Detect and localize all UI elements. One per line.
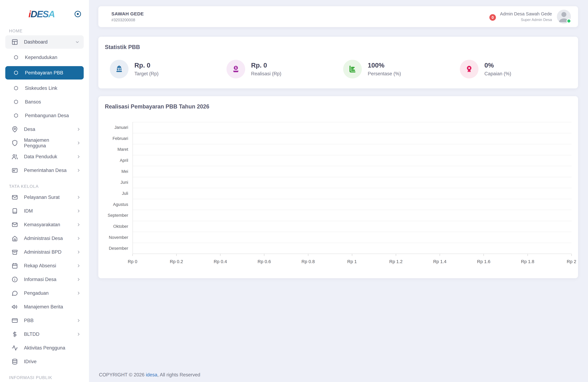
- x-axis-tick-label: Rp 1.8: [521, 259, 534, 264]
- sidebar-item-informasi-desa[interactable]: Informasi Desa: [0, 273, 89, 286]
- sidebar-toggle-icon[interactable]: [74, 10, 82, 18]
- tick-mark: [352, 254, 352, 256]
- user-avatar[interactable]: [557, 10, 571, 24]
- message-circle-icon: [12, 290, 18, 297]
- chevron-down-icon: [75, 40, 80, 44]
- y-axis-label-desember: Desember: [105, 243, 132, 254]
- sidebar-item-pelayanan-surat[interactable]: Pelayanan Surat: [0, 191, 89, 204]
- info-icon: [12, 276, 18, 283]
- x-axis-tick-rp-1-8: Rp 1.8: [521, 254, 534, 264]
- map-pin-icon: [12, 126, 18, 133]
- x-axis-tick-label: Rp 0: [128, 259, 137, 264]
- village-name: SAWAH GEDE: [111, 11, 144, 17]
- chevron-right-icon: [76, 209, 81, 213]
- sidebar-item-label: BLTDD: [24, 331, 39, 337]
- x-axis-tick-label: Rp 1.6: [477, 259, 490, 264]
- sidebar-item-pembayaran-pbb[interactable]: Pembayaran PBB: [5, 66, 84, 80]
- idesa-link[interactable]: idesa: [146, 372, 157, 378]
- sidebar-item-administrasi-bpd[interactable]: Administrasi BPD: [0, 245, 89, 259]
- y-axis-label-maret: Maret: [105, 144, 132, 155]
- sidebar-item-label: Informasi Desa: [24, 277, 56, 282]
- stat-persentase: 100%Persentase (%): [338, 60, 455, 78]
- x-axis-tick-label: Rp 0.8: [301, 259, 315, 264]
- stat-label: Persentase (%): [368, 71, 401, 77]
- main-content: SAWAH GEDE #3203200008 0 Admin Desa Sawa…: [89, 0, 588, 382]
- x-axis-tick-label: Rp 2: [567, 259, 576, 264]
- sidebar-section-label-informasi-publik: INFORMASI PUBLIK: [9, 375, 89, 380]
- x-axis-tick-rp-0-2: Rp 0.2: [170, 254, 183, 264]
- chevron-right-icon: [76, 141, 81, 145]
- x-axis-tick-rp-0-8: Rp 0.8: [301, 254, 315, 264]
- statistik-pbb-card: Statistik PBB Rp. 0Target (Rp)$Rp. 0Real…: [98, 37, 578, 88]
- y-axis-label-november: November: [105, 232, 132, 243]
- sidebar-item-bansos[interactable]: Bansos: [0, 95, 89, 109]
- chart-x-axis: Rp 0Rp 0.2Rp 0.4Rp 0.6Rp 0.8Rp 1Rp 1.2Rp…: [132, 254, 571, 268]
- chevron-right-icon: [76, 236, 81, 241]
- y-axis-label-januari: Januari: [105, 122, 132, 133]
- sidebar-item-label: IDrive: [24, 359, 37, 364]
- stat-label: Target (Rp): [134, 71, 159, 77]
- x-axis-tick-rp-0-4: Rp 0.4: [214, 254, 227, 264]
- copyright-text: COPYRIGHT © 2026: [99, 372, 146, 378]
- sidebar-item-kependudukan[interactable]: Kependudukan: [0, 51, 89, 64]
- chart-row-april: [133, 155, 571, 166]
- x-axis-tick-label: Rp 1.2: [389, 259, 402, 264]
- chart-title: Realisasi Pembayaran PBB Tahun 2026: [105, 103, 571, 110]
- chevron-right-icon: [76, 222, 81, 227]
- mail-icon: [12, 221, 18, 228]
- id-card-icon: [12, 167, 18, 174]
- sidebar-item-data-penduduk[interactable]: Data Penduduk: [0, 150, 89, 164]
- stats-row: Rp. 0Target (Rp)$Rp. 0Realisasi (Rp)100%…: [105, 60, 571, 78]
- footer: COPYRIGHT © 2026 idesa, All rights Reser…: [98, 369, 578, 380]
- sidebar-item-manajemen-pengguna[interactable]: Manajemen Pengguna: [0, 136, 89, 150]
- x-axis-tick-rp-0-6: Rp 0.6: [258, 254, 271, 264]
- chart-row-maret: [133, 144, 571, 155]
- sidebar-item-kemasyarakatan[interactable]: Kemasyarakatan: [0, 218, 89, 232]
- y-axis-label-juni: Juni: [105, 177, 132, 188]
- chevron-right-icon: [76, 127, 81, 132]
- sidebar-item-aktivitas-pengguna[interactable]: Aktivitas Pengguna: [0, 341, 89, 355]
- sidebar-item-administrasi-desa[interactable]: Administrasi Desa: [0, 232, 89, 245]
- stat-value: 100%: [368, 62, 401, 69]
- sidebar-item-idm[interactable]: IDM: [0, 204, 89, 218]
- sidebar-item-desa[interactable]: Desa: [0, 123, 89, 136]
- sidebar-item-label: Administrasi BPD: [24, 249, 62, 255]
- stat-value: Rp. 0: [134, 62, 159, 69]
- hexagon-icon: [13, 85, 19, 91]
- tick-mark: [264, 254, 264, 256]
- sidebar-item-label: Pembayaran PBB: [25, 70, 63, 76]
- sidebar-item-bltdd[interactable]: BLTDD: [0, 327, 89, 341]
- header-bar: SAWAH GEDE #3203200008 0 Admin Desa Sawa…: [98, 6, 578, 27]
- stat-realisasi-rp: $Rp. 0Realisasi (Rp): [222, 60, 338, 78]
- sidebar-item-label: Pengaduan: [24, 290, 49, 296]
- sidebar-item-dashboard[interactable]: Dashboard: [5, 35, 84, 49]
- sidebar-item-pengaduan[interactable]: Pengaduan: [0, 286, 89, 300]
- chart-plot-area: Rp 0Rp 0.2Rp 0.4Rp 0.6Rp 0.8Rp 1Rp 1.2Rp…: [132, 122, 571, 268]
- chevron-right-icon: [76, 332, 81, 337]
- sidebar-item-siskeudes-link[interactable]: Siskeudes Link: [0, 81, 89, 95]
- x-axis-tick-label: Rp 0.4: [214, 259, 227, 264]
- village-info: SAWAH GEDE #3203200008: [111, 11, 144, 22]
- users-icon: [12, 153, 18, 160]
- x-axis-tick-label: Rp 0.2: [170, 259, 183, 264]
- chart-row-oktober: [133, 221, 571, 232]
- sidebar-section-label-tata-kelola: TATA KELOLA: [9, 184, 89, 189]
- database-icon: [12, 358, 18, 365]
- copyright-suffix: , All rights Reserved: [157, 372, 200, 378]
- user-role: Super Admin Desa: [500, 18, 552, 22]
- chart-row-juli: [133, 188, 571, 199]
- sidebar-item-idrive[interactable]: IDrive: [0, 355, 89, 368]
- stat-label: Realisasi (Rp): [251, 71, 281, 77]
- stat-value: 0%: [484, 62, 511, 69]
- sidebar-item-pembangunan-desa[interactable]: Pembangunan Desa: [0, 109, 89, 123]
- sidebar-nav: HOMEDashboardKependudukanPembayaran PBBS…: [0, 29, 89, 382]
- award-icon: [460, 60, 479, 78]
- realisasi-chart-card: Realisasi Pembayaran PBB Tahun 2026 Janu…: [98, 96, 578, 278]
- sidebar-item-rekap-absensi[interactable]: Rekap Absensi: [0, 259, 89, 273]
- sidebar-item-pemerintahan-desa[interactable]: Pemerintahan Desa: [0, 164, 89, 177]
- user-menu[interactable]: Admin Desa Sawah Gede Super Admin Desa: [500, 11, 552, 22]
- sidebar-item-manajemen-berita[interactable]: Manajemen Berita: [0, 300, 89, 314]
- tick-mark: [440, 254, 440, 256]
- chart-row-juni: [133, 177, 571, 188]
- sidebar-item-pbb[interactable]: PBB: [0, 314, 89, 327]
